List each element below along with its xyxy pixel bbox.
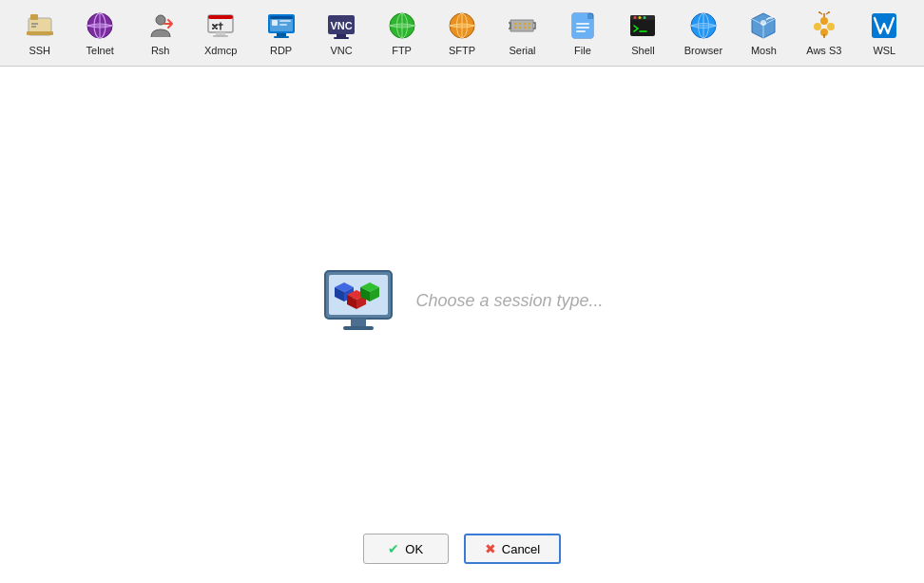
- svg-point-30: [514, 27, 516, 29]
- svg-point-41: [639, 16, 642, 19]
- svg-rect-16: [277, 33, 286, 36]
- svg-rect-12: [270, 16, 293, 19]
- toolbar-item-browser[interactable]: Browser: [673, 1, 733, 66]
- ok-label: OK: [405, 542, 423, 556]
- rsh-label: Rsh: [151, 45, 170, 57]
- svg-rect-9: [213, 35, 228, 37]
- ftp-label: FTP: [392, 45, 412, 57]
- svg-point-33: [529, 27, 530, 29]
- toolbar-item-serial[interactable]: Serial: [492, 1, 552, 66]
- vnc-label: VNC: [330, 45, 352, 57]
- rdp-label: RDP: [270, 45, 292, 57]
- toolbar-item-awss3[interactable]: Aws S3: [794, 1, 854, 66]
- shell-label: Shell: [631, 45, 654, 57]
- svg-rect-21: [334, 37, 349, 39]
- browser-label: Browser: [684, 45, 722, 57]
- toolbar-item-ssh[interactable]: SSH: [10, 1, 69, 66]
- mosh-icon: [748, 10, 779, 41]
- sftp-icon: [447, 10, 477, 41]
- cancel-icon: ✖: [485, 541, 496, 556]
- svg-rect-13: [272, 20, 278, 26]
- svg-rect-20: [337, 34, 346, 37]
- rsh-icon: [145, 10, 176, 41]
- svg-point-26: [514, 23, 516, 25]
- svg-rect-14: [279, 20, 291, 22]
- svg-point-54: [818, 11, 820, 13]
- svg-point-28: [524, 23, 526, 25]
- browser-icon: [688, 10, 719, 41]
- toolbar-item-rsh[interactable]: Rsh: [130, 1, 190, 66]
- telnet-label: Telnet: [87, 45, 114, 57]
- svg-point-47: [814, 23, 821, 30]
- cancel-label: Cancel: [502, 542, 540, 556]
- svg-rect-37: [576, 30, 586, 32]
- toolbar-item-rdp[interactable]: RDP: [251, 1, 311, 66]
- svg-point-55: [828, 11, 830, 13]
- svg-rect-8: [216, 32, 225, 35]
- svg-point-48: [827, 23, 835, 30]
- svg-rect-7: [208, 15, 233, 19]
- session-prompt-text: Choose a session type...: [415, 291, 603, 311]
- telnet-icon: [85, 10, 115, 41]
- awss3-icon: [809, 10, 839, 41]
- svg-point-32: [524, 27, 526, 29]
- toolbar-item-vnc[interactable]: VNC VNC: [311, 1, 371, 66]
- session-chooser: Choose a session type...: [320, 263, 603, 340]
- svg-rect-2: [27, 31, 53, 35]
- svg-rect-17: [274, 36, 289, 38]
- toolbar: SSH Telnet Rsh: [0, 0, 924, 67]
- svg-point-27: [519, 23, 521, 25]
- toolbar-item-shell[interactable]: Shell: [613, 1, 673, 66]
- serial-label: Serial: [509, 45, 535, 57]
- svg-point-42: [644, 16, 646, 19]
- file-icon: [568, 10, 598, 41]
- svg-point-40: [634, 16, 637, 19]
- toolbar-item-xdmcp[interactable]: Xdmcp: [190, 1, 250, 66]
- toolbar-item-mosh[interactable]: Mosh: [734, 1, 794, 66]
- toolbar-item-sftp[interactable]: SFTP: [432, 1, 491, 66]
- mosh-label: Mosh: [751, 45, 777, 57]
- bottom-bar: ✔ OK ✖ Cancel: [0, 534, 924, 564]
- svg-point-31: [519, 27, 521, 29]
- wsl-icon: [869, 10, 899, 41]
- shell-icon: [627, 10, 658, 41]
- toolbar-item-file[interactable]: File: [552, 1, 612, 66]
- main-content: Choose a session type...: [0, 67, 924, 507]
- toolbar-item-wsl[interactable]: WSL: [855, 1, 914, 66]
- wsl-label: WSL: [873, 45, 895, 57]
- ok-icon: ✔: [388, 541, 399, 556]
- svg-point-29: [529, 23, 530, 25]
- svg-rect-35: [576, 23, 589, 25]
- toolbar-item-ftp[interactable]: FTP: [372, 1, 432, 66]
- svg-point-45: [760, 20, 766, 26]
- ssh-icon: [25, 10, 55, 41]
- toolbar-item-telnet[interactable]: Telnet: [69, 1, 129, 66]
- rdp-icon: [266, 10, 297, 41]
- ssh-label: SSH: [29, 45, 50, 57]
- xdmcp-icon: [205, 10, 236, 41]
- svg-rect-59: [351, 319, 366, 326]
- ok-button[interactable]: ✔ OK: [363, 534, 449, 564]
- svg-rect-36: [576, 27, 589, 29]
- svg-rect-60: [343, 326, 374, 330]
- serial-icon: [507, 10, 537, 41]
- svg-rect-15: [279, 24, 287, 26]
- awss3-label: Aws S3: [806, 45, 841, 57]
- ftp-icon: [387, 10, 417, 41]
- svg-text:VNC: VNC: [330, 20, 352, 31]
- file-label: File: [574, 45, 591, 57]
- xdmcp-label: Xdmcp: [204, 45, 237, 57]
- monitor-icon: [320, 263, 396, 340]
- vnc-icon: VNC: [326, 10, 356, 41]
- sftp-label: SFTP: [449, 45, 475, 57]
- cancel-button[interactable]: ✖ Cancel: [464, 534, 561, 564]
- svg-point-46: [820, 17, 828, 25]
